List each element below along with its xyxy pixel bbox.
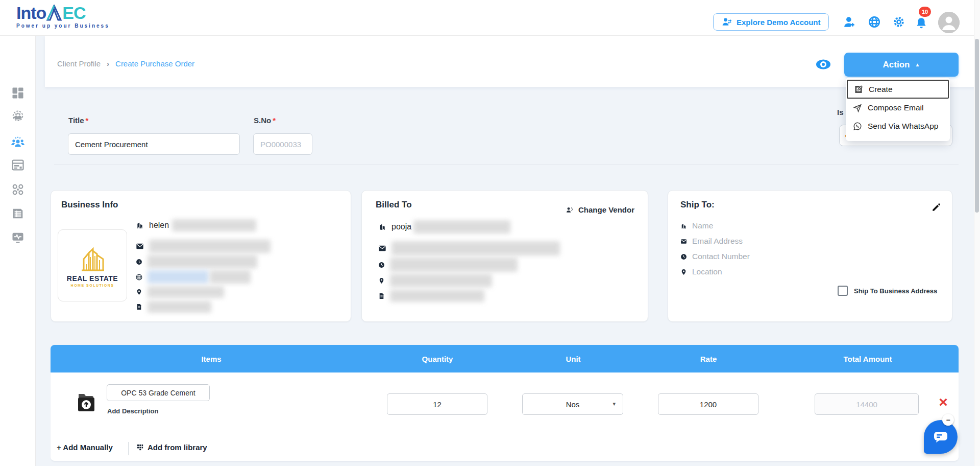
chat-minimize-button[interactable]: − <box>942 414 954 426</box>
add-from-library-button[interactable]: Add from library <box>136 443 207 452</box>
location-pin-icon <box>680 269 687 275</box>
items-table: Items Quantity Unit Rate Total Amount OP… <box>51 345 959 461</box>
logo-text-into: Into <box>16 4 46 22</box>
item-name-chip[interactable]: OPC 53 Grade Cement <box>107 384 210 401</box>
location-pin-icon <box>136 289 142 295</box>
breadcrumb-current: Create Purchase Order <box>115 59 194 68</box>
section-divider <box>54 165 959 165</box>
quantity-input[interactable] <box>387 393 487 415</box>
ship-to-heading: Ship To: <box>680 200 715 210</box>
redacted-text <box>149 240 271 253</box>
business-logo: REAL ESTATE HOME SOLUTIONS <box>58 229 127 301</box>
business-logo-line1: REAL ESTATE <box>67 274 118 283</box>
page-scrollbar-thumb[interactable] <box>975 39 979 213</box>
user-avatar[interactable] <box>938 12 960 33</box>
building-icon <box>680 223 687 229</box>
title-input[interactable] <box>68 133 240 155</box>
redacted-text <box>172 219 256 231</box>
logo-roof-icon <box>46 5 62 22</box>
tax-document-icon <box>378 293 385 299</box>
column-header-rate: Rate <box>640 345 777 372</box>
sno-label-text: S.No <box>254 116 271 125</box>
ship-to-business-address-checkbox[interactable] <box>838 286 848 296</box>
sno-field-label: S.No* <box>254 116 276 125</box>
rate-input[interactable] <box>658 393 758 415</box>
sidebar-item-reports-icon[interactable] <box>11 206 25 221</box>
redacted-text <box>210 270 251 284</box>
billed-to-card: Billed To Change Vendor pooja <box>361 190 648 322</box>
preview-eye-icon[interactable] <box>816 57 831 72</box>
ship-location-placeholder: Location <box>692 267 722 276</box>
is-field-label-partial: Is <box>837 108 844 116</box>
unit-select[interactable]: Nos ▾ <box>522 393 623 415</box>
menu-item-create-label: Create <box>869 85 893 94</box>
vendor-location-row <box>378 274 492 287</box>
building-icon <box>378 223 386 231</box>
add-user-icon[interactable] <box>843 15 856 29</box>
chat-widget-button[interactable] <box>924 420 958 454</box>
app-logo[interactable]: IntoEC Power up your Business <box>16 4 129 32</box>
notification-count-badge: 10 <box>919 7 931 17</box>
ship-name-placeholder: Name <box>692 221 713 230</box>
add-from-library-label: Add from library <box>148 443 207 452</box>
business-contact-name: helen <box>149 221 169 230</box>
explore-demo-account-button[interactable]: Explore Demo Account <box>713 13 829 31</box>
menu-item-create[interactable]: Create <box>847 80 949 99</box>
breadcrumb: Client Profile › Create Purchase Order <box>57 59 194 68</box>
top-header: IntoEC Power up your Business Explore De… <box>0 0 980 36</box>
redacted-text <box>390 290 484 302</box>
redacted-text <box>390 258 518 272</box>
language-globe-icon[interactable] <box>868 15 881 29</box>
sidebar-item-dashboard-icon[interactable] <box>11 86 25 100</box>
billed-to-heading: Billed To <box>376 200 412 210</box>
redacted-text <box>148 286 224 298</box>
business-tax-row <box>136 301 211 313</box>
menu-item-send-whatsapp[interactable]: Send Via WhatsApp <box>846 117 950 135</box>
ship-contact-placeholder: Contact Number <box>692 252 750 261</box>
sidebar-item-activity-icon[interactable] <box>11 230 25 245</box>
vendor-phone-row <box>378 258 518 272</box>
column-header-total: Total Amount <box>799 345 937 372</box>
sidebar-item-clients-icon[interactable] <box>11 134 25 149</box>
ship-location-row: Location <box>680 267 722 276</box>
demo-user-icon <box>722 17 732 27</box>
title-field-label: Title* <box>68 116 88 125</box>
business-logo-line2: HOME SOLUTIONS <box>71 284 114 287</box>
logo-tagline: Power up your Business <box>16 23 129 29</box>
ship-name-row: Name <box>680 221 713 230</box>
menu-item-send-whatsapp-label: Send Via WhatsApp <box>868 122 938 131</box>
breadcrumb-parent-link[interactable]: Client Profile <box>57 59 101 68</box>
settings-gear-icon[interactable] <box>892 15 905 29</box>
edit-pencil-icon[interactable] <box>932 203 941 212</box>
sidebar-item-billing-icon[interactable] <box>11 158 25 172</box>
logo-text-aec: EC <box>62 4 85 22</box>
required-asterisk: * <box>86 116 89 125</box>
change-vendor-button[interactable]: Change Vendor <box>566 205 634 214</box>
action-button[interactable]: Action ▲ <box>844 53 959 77</box>
add-manually-button[interactable]: + Add Manually <box>57 443 113 452</box>
business-location-row <box>136 286 224 298</box>
upload-folder-icon[interactable] <box>77 391 96 414</box>
send-paper-plane-icon <box>853 103 862 112</box>
sidebar-item-network-icon[interactable] <box>11 182 25 197</box>
sidebar-item-partners-icon[interactable] <box>11 109 25 124</box>
ship-email-row: Email Address <box>680 237 743 246</box>
add-description-link[interactable]: Add Description <box>107 407 158 415</box>
column-header-items: Items <box>142 345 280 372</box>
location-pin-icon <box>378 277 385 284</box>
redacted-text <box>148 255 257 268</box>
redacted-text <box>413 220 510 234</box>
redacted-text <box>148 270 209 284</box>
explore-demo-account-label: Explore Demo Account <box>737 18 820 27</box>
notifications-bell-icon[interactable] <box>915 16 928 30</box>
real-estate-building-icon <box>77 244 108 273</box>
serial-number-input[interactable] <box>253 133 312 155</box>
items-table-header: Items Quantity Unit Rate Total Amount <box>51 345 959 372</box>
business-name-row: helen <box>136 219 256 231</box>
menu-item-compose-email[interactable]: Compose Email <box>846 99 950 117</box>
delete-row-icon[interactable]: × <box>935 394 951 410</box>
vendor-email-row <box>378 241 560 255</box>
column-header-quantity: Quantity <box>369 345 506 372</box>
redacted-text <box>391 241 560 255</box>
breadcrumb-chevron-icon: › <box>107 59 109 68</box>
